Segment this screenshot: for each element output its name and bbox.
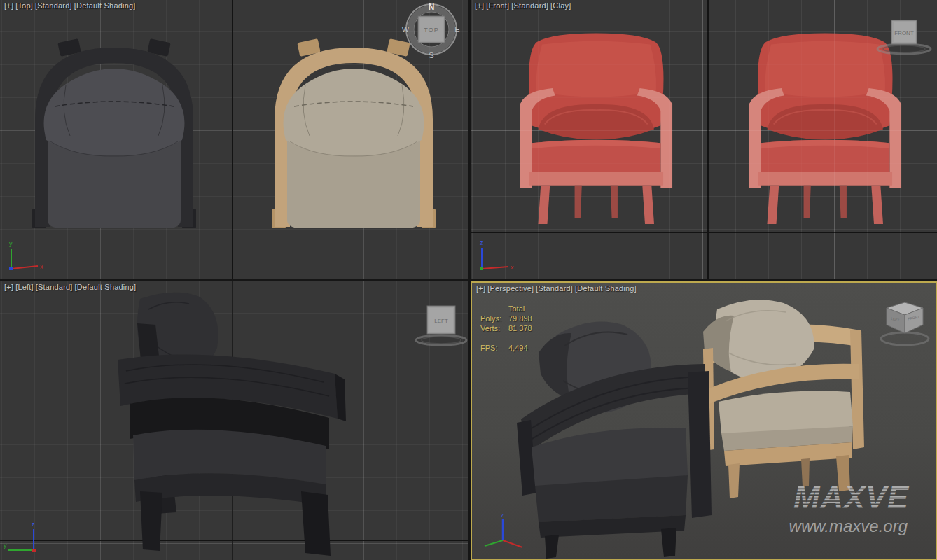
viewcube-top-face-label: TOP	[424, 27, 438, 34]
viewport-general-menu[interactable]: [+]	[476, 284, 485, 293]
watermark: MAXVE www.maxve.org	[769, 480, 912, 539]
viewport-visual-menu[interactable]: [Standard]	[536, 284, 573, 293]
viewport-general-menu[interactable]: [+]	[4, 1, 13, 10]
viewport-visual-menu[interactable]: [Standard]	[35, 1, 72, 10]
viewport-pov-menu[interactable]: [Top]	[15, 1, 33, 10]
compass-north-label: N	[429, 2, 435, 12]
world-axis-icon: z	[479, 511, 528, 552]
armchair-dark-side-view[interactable]	[118, 293, 346, 556]
viewport-perspective[interactable]: [+][Perspective][Standard][Default Shadi…	[471, 281, 937, 560]
stats-polys-value: 79 898	[508, 314, 532, 323]
viewport-statistics: Total Polys:79 898 Verts:81 378 FPS:4,49…	[480, 304, 532, 353]
viewport-shading-menu[interactable]: [Default Shading]	[575, 284, 637, 293]
svg-text:x: x	[511, 264, 514, 271]
armchair-beige-top-view[interactable]	[272, 38, 436, 228]
compass-west-label: W	[402, 25, 410, 34]
compass-south-label: S	[429, 51, 433, 59]
armchair-beige-perspective[interactable]	[703, 300, 864, 498]
viewport-general-menu[interactable]: [+]	[475, 1, 484, 10]
world-axis-icon: y x	[3, 238, 48, 274]
stats-verts-label: Verts:	[480, 323, 508, 333]
stats-fps-value: 4,494	[508, 343, 528, 353]
stats-fps-label: FPS:	[480, 343, 508, 353]
svg-text:y: y	[9, 240, 13, 247]
viewport-menu-front: [+][Front][Standard][Clay]	[475, 1, 573, 10]
viewcube-perspective[interactable]: LEFT FRONT	[877, 297, 933, 351]
stats-polys-label: Polys:	[480, 314, 508, 323]
watermark-url-text: www.maxve.org	[789, 517, 908, 536]
viewcube-front[interactable]: FRONT	[870, 8, 937, 59]
svg-text:y: y	[4, 542, 7, 549]
viewcube-compass[interactable]: N S W E TOP	[398, 0, 465, 63]
world-axis-icon: z y	[3, 519, 48, 556]
viewport-visual-menu[interactable]: [Standard]	[511, 1, 548, 10]
stats-verts-value: 81 378	[508, 323, 532, 333]
svg-text:z: z	[501, 512, 504, 519]
viewport-top[interactable]: [+][Top][Standard][Default Shading] N S …	[0, 0, 468, 279]
viewcube-left[interactable]: LEFT	[410, 302, 468, 349]
viewport-shading-menu[interactable]: [Default Shading]	[74, 1, 136, 10]
world-axis-icon: z x	[473, 238, 518, 274]
viewport-shading-menu[interactable]: [Default Shading]	[75, 283, 137, 291]
armchair-clay-left[interactable]	[520, 34, 672, 224]
viewport-shading-menu[interactable]: [Clay]	[550, 1, 571, 10]
viewcube-left-face-label: LEFT	[434, 318, 448, 324]
viewcube-front-face-label: FRONT	[894, 30, 914, 36]
viewport-general-menu[interactable]: [+]	[4, 283, 13, 291]
viewport-visual-menu[interactable]: [Standard]	[36, 283, 73, 291]
viewport-pov-menu[interactable]: [Perspective]	[487, 284, 534, 293]
viewport-pov-menu[interactable]: [Front]	[486, 1, 509, 10]
armchair-dark-top-view[interactable]	[32, 38, 196, 228]
viewport-menu-perspective: [+][Perspective][Standard][Default Shadi…	[476, 284, 639, 293]
armchair-clay-right[interactable]	[749, 34, 901, 224]
svg-text:z: z	[480, 239, 483, 246]
viewport-left[interactable]: [+][Left][Standard][Default Shading] LEF…	[0, 281, 468, 560]
viewport-menu-top: [+][Top][Standard][Default Shading]	[4, 1, 138, 10]
svg-text:z: z	[32, 521, 35, 528]
viewport-front[interactable]: [+][Front][Standard][Clay] FRONT z x	[471, 0, 937, 279]
left-view-scene	[0, 281, 468, 560]
stats-total-label: Total	[508, 304, 525, 314]
svg-text:x: x	[40, 263, 43, 270]
armchair-dark-perspective[interactable]	[517, 321, 712, 559]
viewport-pov-menu[interactable]: [Left]	[15, 283, 34, 291]
watermark-logo-text: MAXVE	[793, 480, 910, 515]
compass-east-label: E	[454, 25, 459, 34]
viewport-menu-left: [+][Left][Standard][Default Shading]	[4, 283, 138, 291]
front-view-scene	[471, 0, 937, 279]
